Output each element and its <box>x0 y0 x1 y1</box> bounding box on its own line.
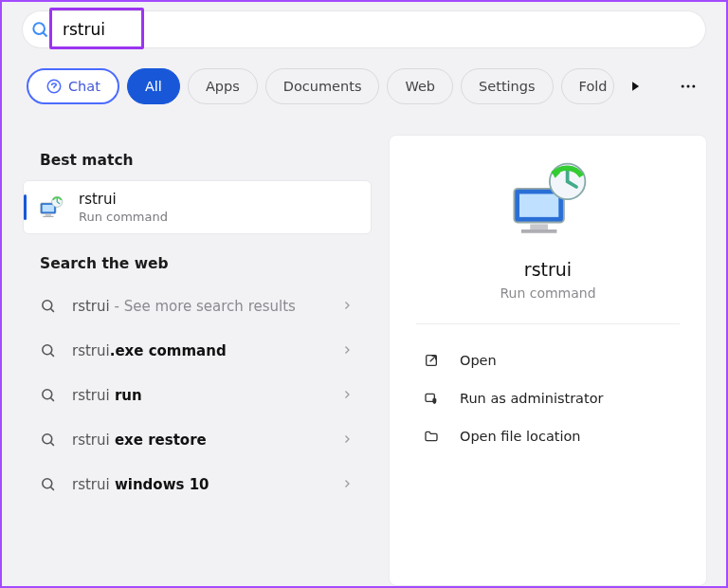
chevron-right-icon <box>341 341 353 359</box>
svg-line-1 <box>44 33 47 37</box>
svg-line-18 <box>50 442 53 445</box>
svg-point-5 <box>692 85 695 88</box>
best-match-text: rstrui Run command <box>79 191 168 224</box>
tab-documents[interactable]: Documents <box>265 68 380 104</box>
chevron-right-icon <box>341 297 353 315</box>
web-item-label: rstrui windows 10 <box>72 476 326 493</box>
web-item-label: rstrui - See more search results <box>72 298 326 315</box>
action-run-as-admin[interactable]: Run as administrator <box>416 379 680 417</box>
svg-point-3 <box>682 85 684 88</box>
action-open-label: Open <box>460 353 497 368</box>
svg-point-19 <box>42 479 51 488</box>
details-title: rstrui <box>524 259 572 280</box>
svg-line-12 <box>50 308 53 311</box>
web-search-item[interactable]: rstrui.exe command <box>21 328 373 373</box>
admin-icon <box>422 391 441 406</box>
svg-point-4 <box>687 85 690 88</box>
filter-tabs: Chat All Apps Documents Web Settings Fol… <box>27 68 701 104</box>
svg-point-0 <box>33 23 45 34</box>
search-icon <box>38 342 57 358</box>
action-open[interactable]: Open <box>416 341 680 379</box>
svg-line-16 <box>50 397 53 400</box>
svg-rect-7 <box>43 204 55 211</box>
web-search-item[interactable]: rstrui run <box>21 373 373 417</box>
action-open-location[interactable]: Open file location <box>416 417 680 455</box>
folder-icon <box>422 429 441 444</box>
web-search-item[interactable]: rstrui - See more search results <box>21 284 373 328</box>
svg-rect-22 <box>519 194 558 217</box>
tab-apps[interactable]: Apps <box>188 68 258 104</box>
action-admin-label: Run as administrator <box>460 391 604 406</box>
svg-point-15 <box>42 390 51 399</box>
details-actions: Open Run as administrator Open file loca… <box>416 324 680 455</box>
svg-rect-8 <box>46 213 51 215</box>
tab-settings[interactable]: Settings <box>461 68 553 104</box>
web-search-item[interactable]: rstrui windows 10 <box>21 462 373 506</box>
web-item-label: rstrui run <box>72 387 326 404</box>
search-input[interactable]: rstrui <box>57 18 111 41</box>
search-web-header: Search the web <box>21 238 373 284</box>
details-panel: rstrui Run command Open Run as administr… <box>389 135 707 586</box>
system-restore-icon <box>37 193 65 222</box>
search-icon <box>38 298 57 314</box>
best-match-title: rstrui <box>79 191 168 208</box>
open-icon <box>422 353 441 368</box>
svg-rect-9 <box>43 215 53 216</box>
more-icon[interactable] <box>675 77 701 96</box>
svg-rect-24 <box>521 230 557 233</box>
web-search-item[interactable]: rstrui exe restore <box>21 417 373 462</box>
search-bar[interactable]: rstrui <box>23 11 705 47</box>
search-icon <box>38 476 57 492</box>
details-subtitle: Run command <box>500 285 595 301</box>
scroll-right-icon[interactable] <box>622 80 648 93</box>
details-hero: rstrui Run command <box>416 158 680 324</box>
results-column: Best match rstrui Run command Search the… <box>21 135 373 586</box>
search-icon <box>38 387 57 403</box>
best-match-header: Best match <box>21 135 373 180</box>
tab-all[interactable]: All <box>127 68 180 104</box>
search-icon <box>38 432 57 448</box>
chevron-right-icon <box>341 431 353 449</box>
svg-point-11 <box>42 301 51 310</box>
tab-web[interactable]: Web <box>387 68 453 104</box>
tab-chat-label: Chat <box>68 79 100 94</box>
best-match-subtitle: Run command <box>79 210 168 224</box>
tab-folders[interactable]: Fold <box>561 68 614 104</box>
best-match-item[interactable]: rstrui Run command <box>23 180 372 234</box>
svg-rect-23 <box>530 224 548 230</box>
tab-chat[interactable]: Chat <box>27 68 119 104</box>
web-item-label: rstrui exe restore <box>72 432 326 449</box>
system-restore-icon-large <box>505 158 591 244</box>
web-item-label: rstrui.exe command <box>72 342 326 359</box>
action-location-label: Open file location <box>460 429 581 444</box>
svg-line-14 <box>50 353 53 356</box>
svg-line-20 <box>50 487 53 489</box>
chevron-right-icon <box>341 386 353 404</box>
svg-point-17 <box>42 434 51 444</box>
chevron-right-icon <box>341 475 353 493</box>
svg-point-13 <box>42 345 51 355</box>
search-icon <box>23 20 57 39</box>
